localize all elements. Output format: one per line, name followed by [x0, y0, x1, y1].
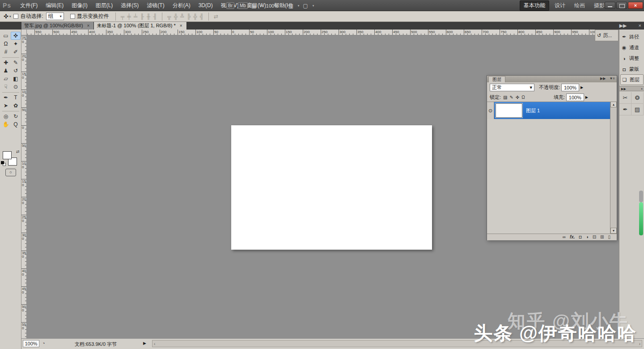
distribute-horizontal-centers-icon[interactable]: ╬: [192, 13, 199, 20]
clone-stamp-tool[interactable]: ♟: [1, 67, 11, 75]
styles-icon[interactable]: ▨: [631, 104, 644, 115]
workspace-button[interactable]: 绘画: [571, 1, 589, 10]
dock-panel-adjustments[interactable]: ◑调整: [620, 54, 644, 63]
menu-item-S[interactable]: 选择(S): [117, 0, 143, 11]
scroll-up-icon[interactable]: ▲: [610, 102, 617, 107]
bridge-button[interactable]: Br: [226, 2, 234, 9]
layer-row[interactable]: ⊙图层 1: [487, 102, 610, 119]
workspace-active[interactable]: 基本功能: [520, 0, 549, 11]
status-zoom-input[interactable]: 100%: [23, 340, 39, 347]
layer-style-icon[interactable]: fx.: [570, 234, 575, 240]
layers-panel-titlebar[interactable]: 图层 ▶▶ ▼≡: [487, 76, 617, 82]
lock-transparent-pixels-icon[interactable]: ▨: [503, 95, 507, 100]
brush-presets-icon[interactable]: ✒: [619, 104, 631, 115]
vertical-ruler[interactable]: 2502001501005005010015020025030035040045…: [21, 35, 27, 338]
hand-tool[interactable]: ✋: [1, 120, 11, 128]
collapse-icon[interactable]: ▶▶: [600, 77, 606, 81]
new-layer-icon[interactable]: ⊞: [600, 234, 604, 240]
tab-close-icon[interactable]: ×: [86, 23, 91, 29]
document-canvas[interactable]: [231, 125, 432, 250]
close-button[interactable]: ×: [628, 2, 643, 9]
new-group-icon[interactable]: ⊟: [593, 234, 596, 240]
gradient-tool[interactable]: ◧: [11, 75, 21, 83]
delete-layer-icon[interactable]: ▯: [608, 234, 610, 240]
move-tool-icon[interactable]: ✜: [4, 13, 8, 20]
distribute-vertical-centers-icon[interactable]: ╬: [172, 13, 179, 20]
3d-rotate-tool[interactable]: ◎: [1, 112, 11, 120]
add-layer-mask-icon[interactable]: ◘: [579, 234, 582, 240]
rectangular-marquee-tool[interactable]: ▭: [1, 32, 11, 40]
auto-align-layers-icon[interactable]: ⇄: [212, 13, 220, 20]
link-layers-icon[interactable]: ∞: [563, 234, 566, 240]
fill-slider-arrow[interactable]: ▶: [585, 95, 588, 99]
fill-input[interactable]: 100%: [566, 94, 584, 101]
lock-all-icon[interactable]: Ω: [521, 95, 525, 100]
menu-item-F[interactable]: 文件(F): [16, 0, 42, 11]
auto-select-checkbox[interactable]: [13, 14, 18, 19]
pen-tool[interactable]: ✒: [1, 94, 11, 102]
dock-panel-channels[interactable]: ◉通道: [620, 43, 644, 52]
view-extras-icon[interactable]: ▦: [251, 3, 256, 9]
distribute-left-edges-icon[interactable]: ╠: [185, 13, 192, 20]
align-vertical-centers-icon[interactable]: ╪: [126, 13, 132, 20]
blend-mode-dropdown[interactable]: 正常 ▾: [490, 84, 534, 91]
custom-shape-tool[interactable]: ✿: [11, 102, 21, 110]
spot-healing-brush-tool[interactable]: ✚: [1, 59, 11, 67]
zoom-tool[interactable]: Q: [11, 120, 21, 128]
type-tool[interactable]: T: [11, 94, 21, 102]
align-right-edges-icon[interactable]: ╢: [152, 13, 158, 20]
align-left-edges-icon[interactable]: ╟: [139, 13, 145, 20]
auto-select-dropdown[interactable]: 组 ▾: [46, 13, 64, 20]
new-adjustment-layer-icon[interactable]: ◑: [586, 234, 589, 240]
dock-panel-masks[interactable]: ◘蒙版: [620, 64, 644, 74]
layers-scrollbar[interactable]: ▲ ▼: [610, 102, 617, 234]
crop-tool[interactable]: #: [1, 48, 11, 56]
menu-item-I[interactable]: 图像(I): [68, 0, 91, 11]
mini-bridge-button[interactable]: Mb: [238, 2, 248, 9]
double-chevron-icon[interactable]: ▶▶: [621, 87, 626, 91]
foreground-color-swatch[interactable]: [3, 151, 12, 159]
blur-tool[interactable]: ☟: [1, 83, 11, 91]
path-selection-tool[interactable]: ➤: [1, 102, 11, 110]
panel-menu-icon[interactable]: ▼≡: [609, 77, 615, 81]
scroll-indicator-green[interactable]: [639, 202, 643, 235]
layer-thumbnail[interactable]: [496, 103, 522, 118]
history-panel-button[interactable]: ↺ 历...: [595, 30, 619, 41]
tab-close-icon[interactable]: ×: [178, 23, 184, 29]
scroll-down-icon[interactable]: ▼: [610, 228, 617, 234]
scrollbar-thumb[interactable]: [639, 191, 643, 202]
dock-panel-paths[interactable]: ✒路径: [620, 32, 644, 42]
arrange-documents-icon[interactable]: ▥: [288, 3, 293, 9]
lock-position-icon[interactable]: ✜: [516, 95, 519, 100]
quick-mask-button[interactable]: ○: [5, 169, 16, 176]
distribute-top-edges-icon[interactable]: ╦: [166, 13, 173, 20]
menu-item-A[interactable]: 分析(A): [169, 0, 195, 11]
swatches-icon[interactable]: ❂: [631, 92, 644, 104]
opacity-slider-arrow[interactable]: ▶: [580, 85, 583, 89]
distribute-bottom-edges-icon[interactable]: ╩: [179, 13, 186, 20]
lock-image-pixels-icon[interactable]: ✎: [510, 95, 513, 100]
layers-panel-tab[interactable]: 图层: [488, 76, 505, 82]
menu-item-3DD[interactable]: 3D(D): [195, 0, 217, 11]
3d-orbit-tool[interactable]: ↻: [11, 112, 21, 120]
horizontal-ruler[interactable]: 5505004504003503002502001501005005010015…: [27, 30, 595, 35]
quick-selection-tool[interactable]: ✦: [11, 40, 21, 48]
menu-item-E[interactable]: 编辑(E): [42, 0, 68, 11]
align-bottom-edges-icon[interactable]: ╧: [132, 13, 139, 20]
show-transform-checkbox[interactable]: [70, 14, 75, 19]
swap-colors-icon[interactable]: ⇄: [16, 149, 20, 154]
opacity-input[interactable]: 100%: [561, 84, 579, 91]
close-icon[interactable]: ×: [641, 87, 643, 91]
document-tab-1[interactable]: 警车.jpg @ 100%(RGB/8#)×: [21, 22, 94, 30]
double-chevron-icon[interactable]: ▶▶: [619, 23, 627, 29]
default-colors-icon[interactable]: [1, 161, 6, 166]
scroll-right-icon[interactable]: ›: [639, 341, 640, 346]
zoom-level-dropdown[interactable]: 100%: [266, 3, 279, 9]
distribute-right-edges-icon[interactable]: ╣: [198, 13, 205, 20]
scroll-left-icon[interactable]: ‹: [154, 341, 155, 346]
status-expand-icon[interactable]: ▶: [143, 341, 146, 345]
tool-presets-icon[interactable]: ✂: [619, 92, 631, 104]
move-tool[interactable]: ✜: [11, 32, 21, 40]
dock-panel-layers[interactable]: ❏图层: [620, 74, 644, 85]
dodge-tool[interactable]: ⊙: [11, 83, 21, 91]
